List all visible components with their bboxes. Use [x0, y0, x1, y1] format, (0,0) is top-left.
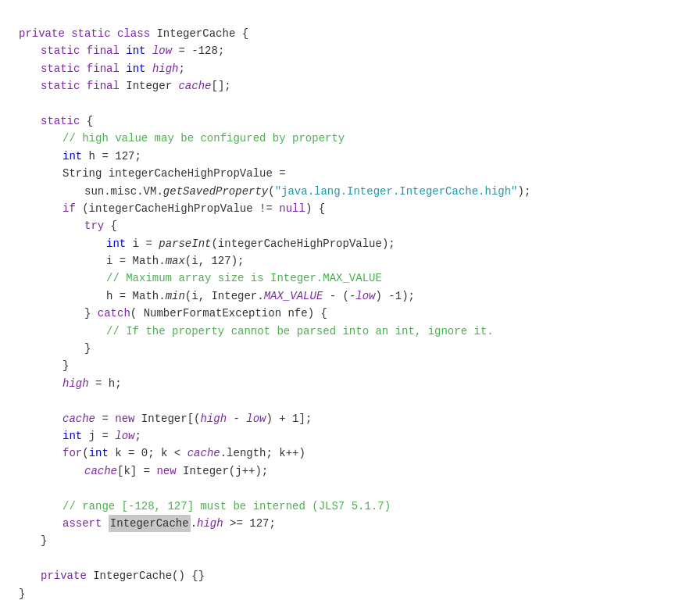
code-line: static final int low = -128; — [41, 42, 700, 59]
code-line-blank — [19, 480, 700, 497]
code-line: private IntegerCache() {} — [41, 567, 700, 584]
code-line: } — [19, 585, 700, 601]
code-line-blank — [19, 392, 700, 409]
code-line: int j = low; — [62, 427, 700, 445]
code-line: } — [62, 357, 700, 374]
code-line: high = h; — [62, 375, 700, 392]
code-line: // If the property cannot be parsed into… — [106, 323, 700, 340]
code-line: // range [-128, 127] must be interned (J… — [62, 498, 700, 515]
code-line: } — [84, 340, 700, 357]
code-line: static final int high; — [41, 60, 700, 77]
code-line: static { — [41, 112, 700, 130]
code-line: String integerCacheHighPropValue = — [62, 165, 700, 182]
code-line: int h = 127; — [62, 148, 700, 165]
code-line: cache = new Integer[(high - low) + 1]; — [62, 410, 700, 427]
code-line: sun.misc.VM.getSavedProperty("java.lang.… — [84, 183, 700, 200]
code-line: private static class IntegerCache { — [19, 25, 700, 42]
code-line: int i = parseInt(integerCacheHighPropVal… — [106, 235, 700, 252]
code-line: i = Math.max(i, 127); — [106, 252, 700, 270]
code-line: // Maximum array size is Integer.MAX_VAL… — [106, 270, 700, 287]
code-line: } catch( NumberFormatException nfe) { — [84, 305, 700, 322]
code-line-blank — [19, 95, 700, 112]
code-line: for(int k = 0; k < cache.length; k++) — [62, 445, 700, 462]
keyword: static — [71, 25, 110, 42]
keyword: private — [19, 25, 65, 42]
code-line: if (integerCacheHighPropValue != null) { — [62, 200, 700, 217]
code-line: } — [41, 532, 700, 549]
highlighted-token: IntegerCache — [109, 515, 191, 532]
keyword: class — [117, 25, 150, 42]
code-line: cache[k] = new Integer(j++); — [84, 462, 700, 480]
code-line: assert IntegerCache.high >= 127; — [62, 515, 700, 532]
code-line: h = Math.min(i, Integer.MAX_VALUE - (-lo… — [106, 288, 700, 305]
code-viewer: private static class IntegerCache { stat… — [19, 12, 700, 600]
code-line: static final Integer cache[]; — [41, 77, 700, 95]
code-line-blank — [19, 550, 700, 567]
code-line: try { — [84, 217, 700, 234]
code-line: // high value may be configured by prope… — [62, 130, 700, 147]
